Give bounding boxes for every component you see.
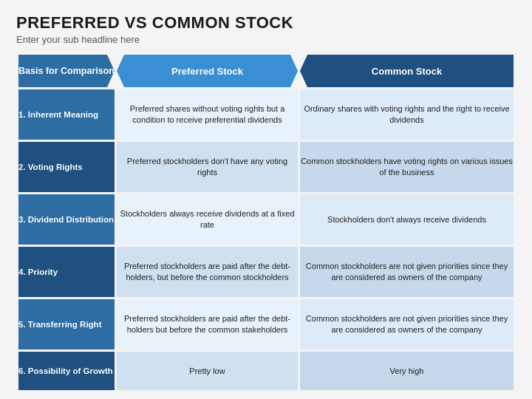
- cell-preferred-6: Pretty low: [117, 352, 298, 390]
- cell-preferred-1: Preferred shares without voting rights b…: [117, 89, 298, 140]
- table-row: 2. Voting RightsPreferred stockholders d…: [18, 142, 514, 192]
- table-row: 5. Transferring RightPreferred stockhold…: [18, 299, 514, 349]
- cell-common-6: Very high: [300, 352, 514, 390]
- table-row: 3. Dividend DistributionStockholders alw…: [18, 194, 514, 245]
- cell-common-1: Ordinary shares with voting rights and t…: [300, 89, 514, 140]
- sub-headline: Enter your sub headline here: [16, 34, 516, 45]
- page: PREFERRED VS COMMON STOCK Enter your sub…: [0, 0, 532, 399]
- row-label-4: 4. Priority: [18, 247, 115, 297]
- cell-preferred-5: Preferred stockholders are paid after th…: [117, 299, 298, 349]
- row-label-3: 3. Dividend Distribution: [18, 194, 115, 245]
- table-row: 1. Inherent MeaningPreferred shares with…: [18, 89, 514, 140]
- row-label-1: 1. Inherent Meaning: [18, 89, 115, 140]
- row-label-5: 5. Transferring Right: [18, 299, 115, 349]
- cell-common-2: Common stockholders have voting rights o…: [300, 142, 514, 192]
- table-header-row: Basis for Comparison Preferred Stock Com…: [18, 55, 514, 87]
- header-preferred: Preferred Stock: [117, 55, 298, 87]
- header-basis: Basis for Comparison: [18, 55, 115, 87]
- cell-preferred-2: Preferred stockholders don't have any vo…: [117, 142, 298, 192]
- cell-common-3: Stockholders don't always receive divide…: [300, 194, 514, 245]
- cell-preferred-3: Stockholders always receive dividends at…: [117, 194, 298, 245]
- cell-preferred-4: Preferred stockholders are paid after th…: [117, 247, 298, 297]
- header-common: Common Stock: [300, 55, 514, 87]
- table-row: 6. Possibility of GrowthPretty lowVery h…: [18, 352, 514, 390]
- comparison-table: Basis for Comparison Preferred Stock Com…: [16, 52, 516, 392]
- row-label-6: 6. Possibility of Growth: [18, 352, 115, 390]
- row-label-2: 2. Voting Rights: [18, 142, 115, 192]
- cell-common-5: Common stockholders are not given priori…: [300, 299, 514, 349]
- table-row: 4. PriorityPreferred stockholders are pa…: [18, 247, 514, 297]
- cell-common-4: Common stockholders are not given priori…: [300, 247, 514, 297]
- main-title: PREFERRED VS COMMON STOCK: [16, 13, 516, 33]
- table-wrap: Basis for Comparison Preferred Stock Com…: [16, 52, 516, 392]
